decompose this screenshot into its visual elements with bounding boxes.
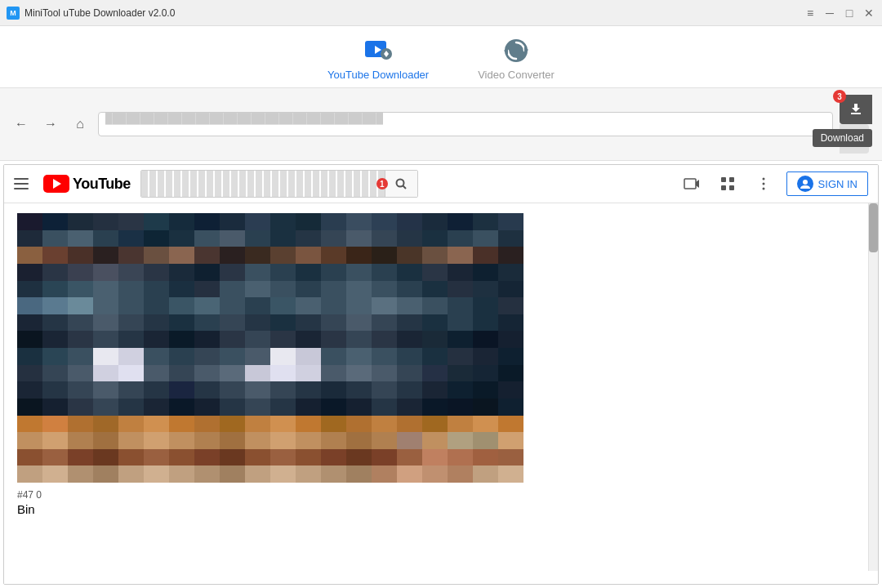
maximize-button[interactable]: □ [843, 7, 856, 20]
pixel-cell [422, 365, 448, 382]
youtube-create-button[interactable] [679, 171, 705, 197]
pixel-cell [17, 264, 42, 281]
pixel-cell [296, 213, 321, 230]
pixel-cell [144, 348, 169, 365]
pixel-cell [245, 432, 270, 449]
back-button[interactable]: ← [10, 113, 33, 136]
pixel-cell [93, 416, 118, 433]
pixel-cell [17, 281, 42, 298]
tab-video-converter[interactable]: Video Converter [478, 36, 555, 81]
pixel-cell [93, 331, 118, 348]
pixel-cell [144, 230, 169, 247]
pixel-cell [473, 314, 498, 332]
pixel-cell [42, 230, 68, 247]
pixel-cell [68, 432, 93, 449]
download-tooltip: Download [813, 129, 872, 147]
pixel-cell [194, 314, 220, 332]
youtube-search-badge: 1 [376, 178, 388, 189]
pixel-cell [144, 416, 169, 433]
pixel-cell [220, 381, 245, 399]
svg-rect-18 [721, 185, 726, 190]
pixel-cell [68, 416, 93, 433]
pixel-cell [321, 365, 346, 382]
youtube-menu-button[interactable] [14, 174, 33, 194]
pixel-cell [118, 348, 144, 365]
titlebar-controls: ≡ ─ □ ✕ [804, 7, 875, 20]
pixel-cell [220, 331, 245, 348]
pixel-cell [346, 416, 372, 433]
pixel-cell [498, 432, 523, 449]
youtube-search-input[interactable] [141, 171, 385, 197]
menu-button[interactable]: ≡ [804, 7, 817, 20]
pixel-cell [42, 381, 68, 399]
pixel-cell [321, 449, 346, 466]
pixel-cell [397, 247, 422, 264]
pixel-cell [220, 247, 245, 264]
forward-button[interactable]: → [39, 113, 62, 136]
pixel-cell [346, 432, 372, 449]
pixel-cell [220, 348, 245, 365]
pixel-cell [372, 399, 397, 416]
pixel-cell [118, 230, 144, 247]
pixel-cell [17, 230, 42, 247]
pixel-cell [448, 264, 473, 281]
youtube-search-container[interactable]: 1 [140, 170, 418, 198]
tab-youtube-downloader[interactable]: YouTube Downloader [327, 36, 429, 81]
address-input[interactable]: ████████████████████████████████████████ [98, 112, 833, 136]
pixel-cell [270, 331, 296, 348]
pixel-cell [473, 230, 498, 247]
pixel-cell [93, 466, 118, 483]
pixel-cell [346, 399, 372, 416]
pixel-cell [194, 432, 220, 449]
scrollbar[interactable] [868, 203, 878, 571]
pixel-cell [245, 297, 270, 314]
youtube-apps-button[interactable] [715, 171, 741, 197]
pixel-cell [245, 247, 270, 264]
pixel-cell [321, 348, 346, 365]
pixel-cell [473, 297, 498, 314]
pixel-cell [68, 213, 93, 230]
pixel-cell [194, 466, 220, 483]
pixel-cell [169, 247, 194, 264]
pixel-cell [169, 449, 194, 466]
video-tag: #47 0 [17, 489, 855, 501]
pixel-cell [68, 449, 93, 466]
pixel-cell [220, 449, 245, 466]
svg-point-20 [762, 178, 764, 180]
video-info: #47 0 Bin [4, 483, 868, 516]
scrollbar-thumb[interactable] [869, 203, 878, 252]
pixel-cell [17, 297, 42, 314]
app-title: MiniTool uTube Downloader v2.0.0 [24, 7, 175, 19]
pixel-cell [220, 365, 245, 382]
video-title: Bin [17, 502, 855, 516]
home-button[interactable]: ⌂ [69, 113, 91, 136]
pixel-cell [17, 331, 42, 348]
pixel-cell [144, 281, 169, 298]
pixel-cell [68, 264, 93, 281]
pixel-cell [220, 399, 245, 416]
titlebar-left: M MiniTool uTube Downloader v2.0.0 [7, 7, 175, 20]
youtube-header: YouTube 1 [4, 165, 878, 203]
pixel-cell [194, 381, 220, 399]
minimize-button[interactable]: ─ [823, 7, 836, 20]
pixel-cell [93, 432, 118, 449]
pixel-cell [245, 348, 270, 365]
pixel-cell [194, 264, 220, 281]
pixel-cell [17, 213, 42, 230]
pixel-cell [93, 365, 118, 382]
pixel-cell [372, 281, 397, 298]
pixel-cell [17, 399, 42, 416]
pixel-cell [498, 399, 523, 416]
pixel-cell [144, 314, 169, 332]
close-button[interactable]: ✕ [862, 7, 875, 20]
youtube-signin-button[interactable]: SIGN IN [786, 172, 868, 196]
pixel-cell [169, 348, 194, 365]
pixel-cell [346, 247, 372, 264]
youtube-search-button[interactable] [385, 171, 417, 197]
youtube-more-button[interactable] [751, 171, 777, 197]
pixel-cell [93, 297, 118, 314]
pixel-cell [270, 449, 296, 466]
pixel-cell [144, 297, 169, 314]
pixel-cell [296, 247, 321, 264]
pixel-cell [220, 314, 245, 332]
